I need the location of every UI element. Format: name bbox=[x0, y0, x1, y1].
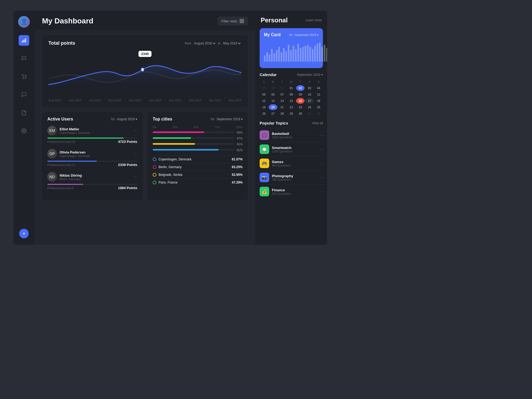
my-card-bar bbox=[276, 50, 277, 62]
app-container: 👤 + My Dashboard Filter stats bbox=[13, 11, 327, 245]
user-menu-button[interactable]: ··· bbox=[134, 128, 137, 133]
personal-title: Personal bbox=[261, 16, 288, 24]
user-item: EM Elliot Møller Copenhagen, Denmark ···… bbox=[47, 126, 137, 144]
topic-name: Photography bbox=[272, 174, 317, 178]
cal-day[interactable]: 08 bbox=[287, 92, 296, 97]
cal-day[interactable]: 31 bbox=[278, 85, 286, 91]
cal-day[interactable]: 18 bbox=[314, 98, 323, 104]
main-body: Total points from August 2018 to May 201… bbox=[35, 30, 255, 245]
sidebar-item-flag[interactable] bbox=[19, 53, 29, 64]
my-card-bar bbox=[264, 55, 265, 62]
progress-bar-bg bbox=[47, 161, 137, 162]
cal-day[interactable]: 05 bbox=[260, 92, 268, 97]
cal-day[interactable]: 27 bbox=[269, 111, 277, 117]
my-card-bar bbox=[295, 49, 297, 62]
city-legend: Copenhagen, Denmark 81.57% Berlin, Germa… bbox=[153, 155, 243, 186]
cal-day[interactable]: 15 bbox=[287, 98, 296, 104]
cal-day[interactable]: 20 bbox=[269, 104, 277, 110]
topic-menu-button[interactable]: ··· bbox=[320, 147, 323, 151]
cal-day[interactable]: 25 bbox=[314, 104, 323, 110]
cal-day[interactable]: 26 bbox=[260, 111, 268, 117]
cal-day[interactable]: 02 bbox=[296, 85, 305, 91]
cal-day[interactable]: 31 bbox=[314, 111, 323, 117]
cal-day[interactable]: 04 bbox=[314, 85, 323, 91]
my-card-bar bbox=[278, 47, 280, 62]
cal-day-header: M bbox=[269, 80, 277, 85]
topic-item: 📷 Photography 788 Questions ··· bbox=[260, 170, 323, 184]
my-card-bar bbox=[317, 44, 318, 62]
topic-name: Basketball bbox=[272, 132, 317, 136]
topic-menu-button[interactable]: ··· bbox=[320, 161, 323, 165]
progress-bar-bg bbox=[47, 184, 137, 185]
cal-day[interactable]: 06 bbox=[269, 92, 277, 97]
topic-count: 1423 Questions bbox=[272, 136, 317, 139]
top-cities-title: Top cities bbox=[153, 117, 172, 122]
user-name: Elliot Møller bbox=[60, 127, 90, 131]
cal-day[interactable]: 14 bbox=[278, 98, 286, 104]
cal-day[interactable]: 29 bbox=[287, 111, 296, 117]
svg-rect-8 bbox=[242, 19, 244, 20]
cal-day[interactable]: 22 bbox=[287, 104, 296, 110]
cal-day[interactable]: 21 bbox=[278, 104, 286, 110]
filter-stats-button[interactable]: Filter stats bbox=[218, 16, 248, 26]
topic-count: 983 Questions bbox=[272, 164, 317, 167]
sidebar-item-chat[interactable] bbox=[19, 89, 29, 100]
city-legend-row: Belgrade, Serbia 52.95% bbox=[153, 171, 243, 178]
sidebar-item-cart[interactable] bbox=[19, 71, 29, 82]
user-name: Olivia Pedersen bbox=[60, 150, 90, 154]
cal-day[interactable]: 11 bbox=[314, 92, 323, 97]
user-avatar: ND bbox=[47, 172, 57, 182]
calendar-grid: SMTWTFS293031010203040506070809101112131… bbox=[260, 80, 323, 117]
topic-menu-button[interactable]: ··· bbox=[320, 133, 323, 137]
cal-day[interactable]: 12 bbox=[260, 98, 268, 104]
cal-day-header: S bbox=[314, 80, 323, 85]
cal-day[interactable]: 28 bbox=[278, 111, 286, 117]
sidebar-item-dashboard[interactable] bbox=[19, 35, 29, 46]
my-card-bar bbox=[309, 47, 311, 62]
cal-day[interactable]: 17 bbox=[305, 98, 314, 104]
add-button[interactable]: + bbox=[19, 229, 29, 238]
cal-day[interactable]: 16 bbox=[296, 98, 305, 104]
cal-day[interactable]: 30 bbox=[296, 111, 305, 117]
topic-name: Games bbox=[272, 160, 317, 164]
cal-day[interactable]: 09 bbox=[296, 92, 305, 97]
chart-title: Total points bbox=[48, 40, 75, 46]
calendar-section: Calendar September 2019 ▾ SMTWTFS2930310… bbox=[255, 72, 327, 121]
svg-point-4 bbox=[23, 78, 24, 79]
cal-day[interactable]: 13 bbox=[269, 98, 277, 104]
city-bar-fill bbox=[153, 137, 191, 139]
to-period-select[interactable]: May 2019 bbox=[222, 41, 242, 45]
topic-menu-button[interactable]: ··· bbox=[320, 189, 323, 194]
cal-day[interactable]: 23 bbox=[296, 104, 305, 110]
user-avatar[interactable]: 👤 bbox=[18, 16, 30, 28]
my-card-period: for September 2019 ▾ bbox=[289, 33, 319, 37]
sidebar-item-settings[interactable] bbox=[19, 126, 29, 136]
active-users-title: Active Users bbox=[47, 117, 73, 122]
user-menu-button[interactable]: ··· bbox=[134, 174, 137, 179]
svg-rect-0 bbox=[22, 41, 23, 43]
my-card-bar bbox=[307, 45, 309, 62]
cal-day[interactable]: 19 bbox=[260, 104, 268, 110]
cal-day[interactable]: 30 bbox=[269, 85, 277, 91]
from-period-select[interactable]: August 2018 bbox=[193, 41, 216, 45]
view-all-link[interactable]: View all bbox=[312, 121, 323, 125]
cal-day[interactable]: 29 bbox=[260, 85, 268, 91]
top-cities-header: Top cities for September 2019 ▾ bbox=[153, 117, 243, 122]
cal-day[interactable]: 03 bbox=[305, 85, 314, 91]
learn-more-link[interactable]: Learn more bbox=[306, 18, 322, 22]
topic-item: 🎧 Basketball 1423 Questions ··· bbox=[260, 128, 323, 142]
user-menu-button[interactable]: ··· bbox=[134, 151, 137, 156]
sidebar-item-document[interactable] bbox=[19, 107, 29, 118]
cal-day[interactable]: 01 bbox=[287, 85, 296, 91]
svg-rect-2 bbox=[25, 39, 26, 43]
city-legend-row: Copenhagen, Denmark 81.57% bbox=[153, 155, 243, 163]
topic-menu-button[interactable]: ··· bbox=[320, 175, 323, 180]
cal-day[interactable]: 24 bbox=[305, 104, 314, 110]
right-panel: Personal Learn more My Card for Septembe… bbox=[255, 11, 327, 245]
calendar-period[interactable]: September 2019 ▾ bbox=[297, 73, 323, 77]
cal-day[interactable]: 31 bbox=[305, 111, 314, 117]
cal-day[interactable]: 07 bbox=[278, 92, 286, 97]
chart-tooltip: 2345 bbox=[139, 51, 152, 57]
cal-day[interactable]: 10 bbox=[305, 92, 314, 97]
my-card-bar bbox=[288, 45, 289, 62]
